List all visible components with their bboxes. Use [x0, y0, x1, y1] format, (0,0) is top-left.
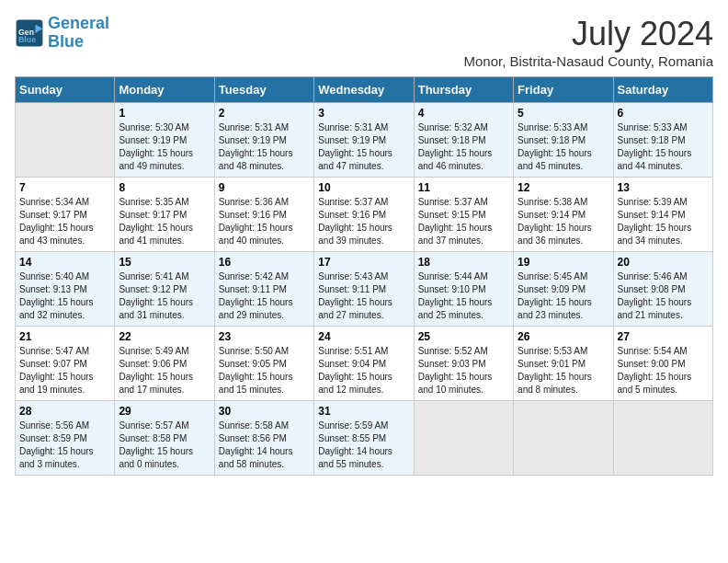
day-info: Sunrise: 5:34 AMSunset: 9:17 PMDaylight:…	[19, 196, 110, 247]
day-number: 15	[119, 256, 210, 269]
day-number: 16	[219, 256, 310, 269]
calendar-day-cell: 2Sunrise: 5:31 AMSunset: 9:19 PMDaylight…	[214, 103, 313, 178]
day-info: Sunrise: 5:31 AMSunset: 9:19 PMDaylight:…	[318, 121, 409, 173]
calendar-day-cell: 22Sunrise: 5:49 AMSunset: 9:06 PMDayligh…	[115, 327, 214, 401]
day-info: Sunrise: 5:44 AMSunset: 9:10 PMDaylight:…	[418, 270, 509, 322]
day-info: Sunrise: 5:56 AMSunset: 8:59 PMDaylight:…	[19, 419, 110, 471]
calendar-day-cell: 12Sunrise: 5:38 AMSunset: 9:14 PMDayligh…	[514, 178, 613, 252]
day-number: 8	[119, 181, 210, 194]
day-number: 25	[418, 330, 509, 343]
day-info: Sunrise: 5:41 AMSunset: 9:12 PMDaylight:…	[119, 270, 210, 322]
calendar-day-cell: 31Sunrise: 5:59 AMSunset: 8:55 PMDayligh…	[314, 401, 414, 476]
day-number: 23	[219, 330, 310, 343]
day-info: Sunrise: 5:39 AMSunset: 9:14 PMDaylight:…	[618, 196, 709, 247]
calendar-day-cell: 9Sunrise: 5:36 AMSunset: 9:16 PMDaylight…	[214, 178, 313, 252]
day-number: 3	[318, 107, 409, 120]
day-number: 4	[418, 107, 509, 120]
day-info: Sunrise: 5:42 AMSunset: 9:11 PMDaylight:…	[219, 270, 310, 322]
day-number: 18	[418, 256, 509, 269]
calendar-day-cell: 23Sunrise: 5:50 AMSunset: 9:05 PMDayligh…	[214, 327, 313, 401]
day-number: 30	[219, 405, 310, 418]
day-number: 9	[219, 181, 310, 194]
day-number: 1	[119, 107, 210, 120]
calendar-day-cell: 7Sunrise: 5:34 AMSunset: 9:17 PMDaylight…	[16, 178, 115, 252]
calendar-week-row: 1Sunrise: 5:30 AMSunset: 9:19 PMDaylight…	[16, 103, 713, 178]
weekday-header-cell: Thursday	[414, 77, 513, 103]
calendar-week-row: 28Sunrise: 5:56 AMSunset: 8:59 PMDayligh…	[16, 401, 713, 476]
calendar-day-cell: 13Sunrise: 5:39 AMSunset: 9:14 PMDayligh…	[613, 178, 712, 252]
calendar-day-cell	[514, 401, 613, 476]
day-info: Sunrise: 5:58 AMSunset: 8:56 PMDaylight:…	[219, 419, 310, 471]
calendar-day-cell: 26Sunrise: 5:53 AMSunset: 9:01 PMDayligh…	[514, 327, 613, 401]
day-number: 10	[318, 181, 409, 194]
calendar-day-cell: 15Sunrise: 5:41 AMSunset: 9:12 PMDayligh…	[115, 252, 214, 327]
day-info: Sunrise: 5:49 AMSunset: 9:06 PMDaylight:…	[119, 345, 210, 396]
day-number: 19	[518, 256, 609, 269]
calendar-day-cell: 28Sunrise: 5:56 AMSunset: 8:59 PMDayligh…	[16, 401, 115, 476]
calendar-day-cell: 20Sunrise: 5:46 AMSunset: 9:08 PMDayligh…	[613, 252, 712, 327]
day-number: 11	[418, 181, 509, 194]
month-title: July 2024	[463, 15, 713, 53]
day-number: 24	[318, 330, 409, 343]
day-info: Sunrise: 5:35 AMSunset: 9:17 PMDaylight:…	[119, 196, 210, 247]
day-number: 7	[19, 181, 110, 194]
weekday-header-cell: Saturday	[613, 77, 712, 103]
location-title: Monor, Bistrita-Nasaud County, Romania	[463, 53, 713, 69]
day-number: 14	[19, 256, 110, 269]
day-info: Sunrise: 5:33 AMSunset: 9:18 PMDaylight:…	[518, 121, 609, 173]
day-info: Sunrise: 5:30 AMSunset: 9:19 PMDaylight:…	[119, 121, 210, 173]
weekday-header-cell: Friday	[514, 77, 613, 103]
calendar-week-row: 14Sunrise: 5:40 AMSunset: 9:13 PMDayligh…	[16, 252, 713, 327]
calendar-day-cell	[414, 401, 513, 476]
calendar-day-cell: 11Sunrise: 5:37 AMSunset: 9:15 PMDayligh…	[414, 178, 513, 252]
weekday-header-cell: Sunday	[16, 77, 115, 103]
logo-line2: Blue	[48, 32, 84, 51]
weekday-header-row: SundayMondayTuesdayWednesdayThursdayFrid…	[16, 77, 713, 103]
calendar-day-cell: 8Sunrise: 5:35 AMSunset: 9:17 PMDaylight…	[115, 178, 214, 252]
calendar-day-cell: 21Sunrise: 5:47 AMSunset: 9:07 PMDayligh…	[16, 327, 115, 401]
day-number: 29	[119, 405, 210, 418]
weekday-header-cell: Wednesday	[314, 77, 414, 103]
day-info: Sunrise: 5:33 AMSunset: 9:18 PMDaylight:…	[618, 121, 709, 173]
day-number: 21	[19, 330, 110, 343]
day-number: 31	[318, 405, 409, 418]
calendar-day-cell: 30Sunrise: 5:58 AMSunset: 8:56 PMDayligh…	[214, 401, 313, 476]
day-info: Sunrise: 5:37 AMSunset: 9:16 PMDaylight:…	[318, 196, 409, 247]
calendar-day-cell: 10Sunrise: 5:37 AMSunset: 9:16 PMDayligh…	[314, 178, 414, 252]
day-info: Sunrise: 5:50 AMSunset: 9:05 PMDaylight:…	[219, 345, 310, 396]
day-info: Sunrise: 5:59 AMSunset: 8:55 PMDaylight:…	[318, 419, 409, 471]
calendar-body: 1Sunrise: 5:30 AMSunset: 9:19 PMDaylight…	[16, 103, 713, 476]
calendar-day-cell: 25Sunrise: 5:52 AMSunset: 9:03 PMDayligh…	[414, 327, 513, 401]
day-number: 17	[318, 256, 409, 269]
calendar-table: SundayMondayTuesdayWednesdayThursdayFrid…	[15, 76, 713, 476]
calendar-day-cell: 6Sunrise: 5:33 AMSunset: 9:18 PMDaylight…	[613, 103, 712, 178]
calendar-week-row: 7Sunrise: 5:34 AMSunset: 9:17 PMDaylight…	[16, 178, 713, 252]
day-number: 2	[219, 107, 310, 120]
logo-text: General Blue	[48, 15, 109, 52]
logo-icon: Gen Blue	[15, 18, 44, 48]
day-number: 13	[618, 181, 709, 194]
calendar-day-cell: 16Sunrise: 5:42 AMSunset: 9:11 PMDayligh…	[214, 252, 313, 327]
calendar-day-cell: 19Sunrise: 5:45 AMSunset: 9:09 PMDayligh…	[514, 252, 613, 327]
calendar-day-cell: 4Sunrise: 5:32 AMSunset: 9:18 PMDaylight…	[414, 103, 513, 178]
day-number: 12	[518, 181, 609, 194]
day-info: Sunrise: 5:46 AMSunset: 9:08 PMDaylight:…	[618, 270, 709, 322]
calendar-day-cell: 17Sunrise: 5:43 AMSunset: 9:11 PMDayligh…	[314, 252, 414, 327]
day-number: 22	[119, 330, 210, 343]
calendar-day-cell: 14Sunrise: 5:40 AMSunset: 9:13 PMDayligh…	[16, 252, 115, 327]
day-info: Sunrise: 5:36 AMSunset: 9:16 PMDaylight:…	[219, 196, 310, 247]
day-number: 6	[618, 107, 709, 120]
day-info: Sunrise: 5:51 AMSunset: 9:04 PMDaylight:…	[318, 345, 409, 396]
day-number: 20	[618, 256, 709, 269]
day-number: 5	[518, 107, 609, 120]
calendar-day-cell: 3Sunrise: 5:31 AMSunset: 9:19 PMDaylight…	[314, 103, 414, 178]
day-info: Sunrise: 5:54 AMSunset: 9:00 PMDaylight:…	[618, 345, 709, 396]
page-header: Gen Blue General Blue July 2024 Monor, B…	[15, 15, 713, 69]
calendar-day-cell: 27Sunrise: 5:54 AMSunset: 9:00 PMDayligh…	[613, 327, 712, 401]
day-info: Sunrise: 5:38 AMSunset: 9:14 PMDaylight:…	[518, 196, 609, 247]
day-number: 26	[518, 330, 609, 343]
logo: Gen Blue General Blue	[15, 15, 109, 52]
calendar-day-cell: 24Sunrise: 5:51 AMSunset: 9:04 PMDayligh…	[314, 327, 414, 401]
day-info: Sunrise: 5:47 AMSunset: 9:07 PMDaylight:…	[19, 345, 110, 396]
day-info: Sunrise: 5:57 AMSunset: 8:58 PMDaylight:…	[119, 419, 210, 471]
